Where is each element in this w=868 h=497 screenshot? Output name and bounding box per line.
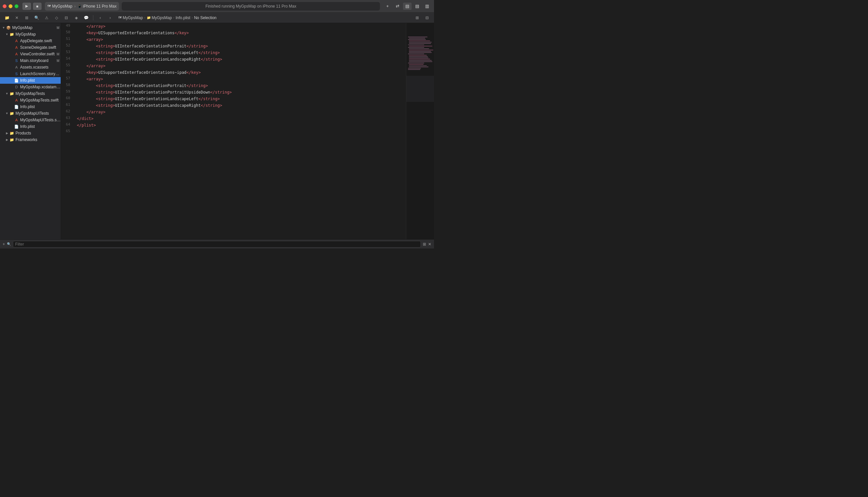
svg-rect-3: [409, 41, 430, 41]
close-button[interactable]: [3, 4, 6, 8]
svg-rect-17: [409, 59, 430, 59]
line-content: <string>UIInterfaceOrientationPortrait</…: [74, 43, 406, 49]
line-content: <key>UISupportedInterfaceOrientations</k…: [74, 30, 406, 36]
minimize-button[interactable]: [9, 4, 13, 8]
sidebar-item-uitests-infoplist[interactable]: 📄 Info.plist: [0, 123, 61, 130]
split-editor-btn[interactable]: ⊞: [413, 14, 421, 22]
svg-rect-1: [409, 38, 425, 38]
line-number: 57: [61, 76, 74, 82]
reports-btn[interactable]: 💬: [82, 14, 90, 22]
breakpoints-btn[interactable]: ◈: [72, 14, 81, 22]
folder-icon-products: 📁: [9, 130, 14, 136]
sidebar-item-frameworks[interactable]: ▶ 📁 Frameworks: [0, 137, 61, 143]
folder-icon-mygpsmap: 📁: [9, 32, 14, 37]
plist-icon-uitests: 📄: [14, 124, 19, 129]
svg-rect-23: [409, 67, 429, 67]
plist-icon: 📄: [14, 78, 19, 83]
line-content: <array>: [74, 76, 406, 82]
line-number: 56: [61, 69, 74, 76]
editor-button[interactable]: ▤: [413, 3, 421, 10]
breadcrumb-selection[interactable]: No Selection: [194, 15, 216, 20]
navigator-button[interactable]: ▤: [403, 3, 411, 10]
forward-btn[interactable]: ›: [106, 14, 114, 22]
sidebar-item-viewcontroller[interactable]: A ViewController.swift M: [0, 51, 61, 57]
run-button[interactable]: ▶: [23, 3, 31, 10]
sidebar-item-uitests-group[interactable]: ▼ 📁 MyGpsMapUITests: [0, 110, 61, 117]
back-btn[interactable]: ‹: [96, 14, 104, 22]
symbol-navigator-btn[interactable]: ⊞: [23, 14, 31, 22]
sidebar-item-appdelegate[interactable]: A AppDelegate.swift: [0, 38, 61, 44]
hierarchy-btn[interactable]: ⊞: [423, 242, 426, 246]
svg-rect-7: [409, 46, 432, 46]
debug-btn[interactable]: ⊟: [62, 14, 71, 22]
sidebar-item-scenedelegate[interactable]: A SceneDelegate.swift: [0, 44, 61, 51]
sidebar-item-main-storyboard[interactable]: S Main.storyboard M: [0, 57, 61, 64]
svg-rect-10: [409, 50, 433, 50]
search-btn[interactable]: 🔍: [32, 14, 41, 22]
sidebar-item-mygpsmap-group[interactable]: ▼ 📁 MyGpsMap: [0, 31, 61, 38]
sidebar-item-root[interactable]: ▼ 📦 MyGpsMap M: [0, 24, 61, 31]
add-file-button[interactable]: +: [3, 242, 5, 246]
code-line-53: 53 <string>UIInterfaceOrientationLandsca…: [61, 49, 406, 56]
scheme-selector[interactable]: 🗺 MyGpsMap › 📱 iPhone 11 Pro Max: [45, 2, 119, 11]
file-navigator-btn[interactable]: 📁: [3, 14, 11, 22]
test-btn[interactable]: ◇: [52, 14, 61, 22]
line-content: </dict>: [74, 115, 406, 122]
svg-rect-22: [409, 65, 427, 66]
folder-icon-mygpsmaptests: 📁: [9, 91, 14, 96]
line-number: 53: [61, 49, 74, 56]
sidebar-item-mygpsmaptests-group[interactable]: ▼ 📁 MyGpsMapTests: [0, 90, 61, 97]
breadcrumb-sep-3: ›: [192, 16, 193, 19]
line-number: 64: [61, 122, 74, 129]
code-line-63: 63</dict>: [61, 115, 406, 122]
swift-icon-scenedelegate: A: [14, 45, 19, 50]
viewcontroller-badge: M: [57, 53, 59, 56]
canvas-btn[interactable]: ⊟: [423, 14, 431, 22]
svg-rect-20: [408, 62, 424, 63]
inspector-button[interactable]: ▥: [423, 3, 431, 10]
plus-icon: +: [3, 242, 5, 246]
minimap: [406, 23, 434, 239]
svg-rect-2: [408, 39, 426, 40]
tests-infoplist-label: Info.plist: [20, 104, 61, 109]
uitests-infoplist-label: Info.plist: [20, 124, 61, 129]
line-content: <string>UIInterfaceOrientationPortrait</…: [74, 82, 406, 89]
code-editor[interactable]: 49 </array>50 <key>UISupportedInterfaceO…: [61, 23, 406, 239]
sidebar-item-products[interactable]: ▶ 📁 Products: [0, 130, 61, 137]
sidebar-item-assets[interactable]: A Assets.xcassets: [0, 64, 61, 71]
settings-btn[interactable]: ✕: [428, 242, 431, 246]
line-number: 63: [61, 115, 74, 122]
split-vertical-button[interactable]: ⇄: [393, 3, 402, 10]
sidebar-item-xcdatamodel[interactable]: D MyGpsMap.xcdatamodeld: [0, 84, 61, 90]
line-content: <string>UIInterfaceOrientationLandscapeL…: [74, 49, 406, 56]
launchscreen-label: LaunchScreen.storyboard: [20, 72, 61, 76]
assets-icon: A: [14, 65, 19, 70]
sidebar-item-tests-infoplist[interactable]: 📄 Info.plist: [0, 103, 61, 110]
sidebar-item-infoplist[interactable]: 📄 Info.plist: [0, 77, 61, 84]
expand-icon-root: ▼: [1, 26, 6, 29]
add-button[interactable]: +: [383, 3, 392, 10]
line-number: 60: [61, 96, 74, 102]
breadcrumb-infoplist[interactable]: Info.plist: [176, 15, 190, 20]
line-number: 51: [61, 36, 74, 43]
expand-icon-products: ▶: [5, 131, 9, 135]
sidebar-item-launchscreen[interactable]: S LaunchScreen.storyboard: [0, 71, 61, 77]
svg-rect-11: [409, 51, 431, 52]
line-number: 61: [61, 102, 74, 109]
source-control-btn[interactable]: ✕: [13, 14, 21, 22]
file-navigator: ▼ 📦 MyGpsMap M ▼ 📁 MyGpsMap A AppDelegat…: [0, 23, 61, 239]
line-content: </plist>: [74, 122, 406, 129]
root-icon: 📦: [6, 25, 11, 30]
sidebar-item-uitests-swift[interactable]: A MyGpsMapUITests.swift: [0, 117, 61, 123]
breadcrumb-mygpsmap[interactable]: 🗺 MyGpsMap: [118, 15, 143, 20]
issues-btn[interactable]: ⚠: [42, 14, 51, 22]
titlebar: ▶ ■ 🗺 MyGpsMap › 📱 iPhone 11 Pro Max Fin…: [0, 0, 434, 13]
frameworks-label: Frameworks: [15, 138, 61, 142]
uitests-label: MyGpsMapUITests: [15, 111, 61, 116]
filter-input[interactable]: [13, 241, 421, 247]
code-line-65: 65: [61, 129, 406, 133]
sidebar-item-mygpsmaptests-swift[interactable]: A MyGpsMapTests.swift: [0, 97, 61, 103]
stop-button[interactable]: ■: [33, 3, 42, 10]
breadcrumb-mygpsmap-folder[interactable]: 📁 MyGpsMap: [147, 15, 172, 20]
maximize-button[interactable]: [14, 4, 18, 8]
